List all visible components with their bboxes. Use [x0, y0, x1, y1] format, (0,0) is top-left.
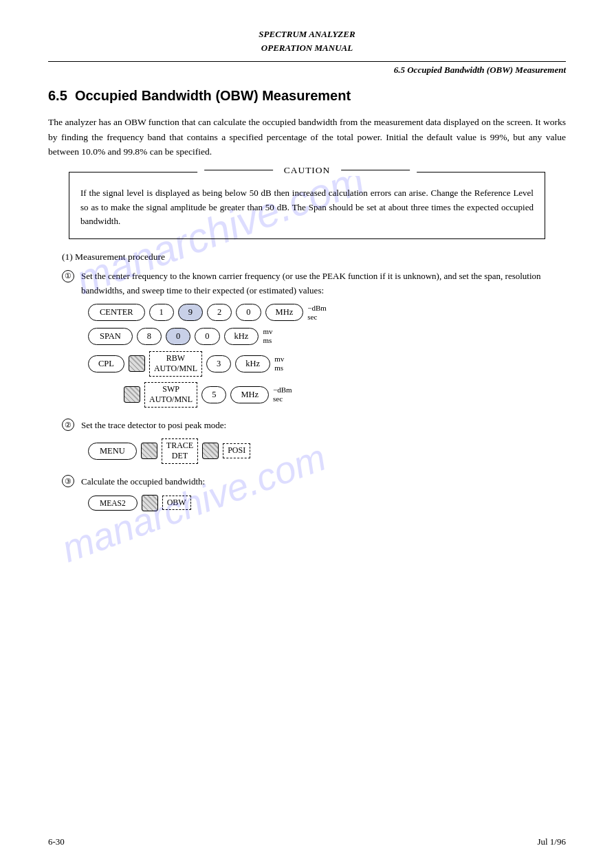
key-2[interactable]: 2: [207, 304, 232, 321]
key-0-span2[interactable]: 0: [195, 328, 219, 345]
step-2-text: Set the trace detector to posi peak mode…: [81, 420, 226, 430]
key-mhz-1[interactable]: MHz: [265, 304, 304, 321]
header-title: SPECTRUM ANALYZER OPERATION MANUAL: [48, 27, 566, 54]
unit-swp: −dBmsec: [273, 386, 292, 403]
key-center[interactable]: CENTER: [88, 304, 145, 321]
key-0[interactable]: 0: [236, 304, 261, 321]
unit-rbw: mvms: [274, 355, 284, 372]
intro-text: The analyzer has an OBW function that ca…: [48, 115, 566, 159]
key-5[interactable]: 5: [201, 386, 226, 403]
key-row-rbw: CPL RBW AUTO/MNL 3 kHz mvms: [88, 351, 566, 377]
dashed-swp[interactable]: SWP AUTO/MNL: [144, 382, 197, 408]
step-1-content: Set the center frequency to the known ca…: [81, 269, 566, 413]
header-section-ref: 6.5 Occupied Bandwidth (OBW) Measurement: [48, 65, 566, 76]
key-row-trace: MENU TRACE DET POSI: [88, 438, 566, 464]
key-hatched-2[interactable]: [124, 386, 140, 403]
dashed-obw[interactable]: OBW: [162, 496, 191, 511]
step-2-number: ②: [62, 419, 81, 432]
key-mhz-swp[interactable]: MHz: [230, 386, 269, 403]
key-cpl[interactable]: CPL: [88, 355, 124, 372]
key-span[interactable]: SPAN: [88, 328, 133, 345]
footer-date: Jul 1/96: [537, 836, 566, 847]
unit-span: mvms: [263, 327, 272, 345]
key-8[interactable]: 8: [137, 328, 162, 345]
caution-label: CAUTION: [284, 165, 331, 176]
key-3[interactable]: 3: [206, 355, 231, 372]
footer: 6-30 Jul 1/96: [0, 836, 614, 847]
step-2: ② Set the trace detector to posi peak mo…: [62, 419, 566, 469]
step-3-text: Calculate the occupied bandwidth:: [81, 476, 205, 487]
step-1-text: Set the center frequency to the known ca…: [81, 271, 541, 296]
key-hatched-1[interactable]: [129, 355, 145, 372]
caution-title-bar: CAUTION: [197, 165, 417, 176]
key-hatched-5[interactable]: [142, 495, 158, 511]
key-row-swp: SWP AUTO/MNL 5 MHz −dBmsec: [124, 382, 566, 408]
key-row-span: SPAN 8 0 0 kHz mvms: [88, 327, 566, 345]
step-3-number: ③: [62, 475, 81, 488]
caution-box: CAUTION If the signal level is displayed…: [69, 172, 545, 239]
step-list: ① Set the center frequency to the known …: [62, 269, 566, 517]
key-meas2[interactable]: MEAS2: [88, 496, 138, 511]
dashed-posi[interactable]: POSI: [223, 443, 250, 458]
page-header: SPECTRUM ANALYZER OPERATION MANUAL: [48, 27, 566, 54]
key-9[interactable]: 9: [178, 304, 203, 321]
step-1-number: ①: [62, 269, 81, 282]
unit-1: −dBmsec: [307, 304, 327, 322]
key-hatched-4[interactable]: [202, 443, 219, 459]
key-row-meas: MEAS2 OBW: [88, 495, 566, 511]
key-hatched-3[interactable]: [141, 443, 157, 459]
page-number: 6-30: [48, 836, 65, 847]
key-menu[interactable]: MENU: [88, 443, 137, 460]
key-row-center: CENTER 1 9 2 0 MHz −dBmsec: [88, 304, 566, 322]
dashed-rbw[interactable]: RBW AUTO/MNL: [149, 351, 202, 377]
key-khz-rbw[interactable]: kHz: [235, 355, 270, 372]
step-3: ③ Calculate the occupied bandwidth: MEAS…: [62, 475, 566, 517]
dashed-trace[interactable]: TRACE DET: [162, 438, 198, 464]
step-3-content: Calculate the occupied bandwidth: MEAS2 …: [81, 475, 566, 517]
step-1: ① Set the center frequency to the known …: [62, 269, 566, 413]
caution-text: If the signal level is displayed as bein…: [80, 186, 534, 229]
step-2-content: Set the trace detector to posi peak mode…: [81, 419, 566, 469]
key-khz-span[interactable]: kHz: [224, 328, 259, 345]
section-title: 6.5 Occupied Bandwidth (OBW) Measurement: [48, 88, 566, 104]
procedure-label: (1) Measurement procedure: [62, 252, 566, 263]
header-rule: [48, 61, 566, 62]
key-0-span[interactable]: 0: [166, 328, 190, 345]
key-1[interactable]: 1: [149, 304, 174, 321]
page: manarchive.com manarchive.com SPECTRUM A…: [0, 0, 614, 868]
